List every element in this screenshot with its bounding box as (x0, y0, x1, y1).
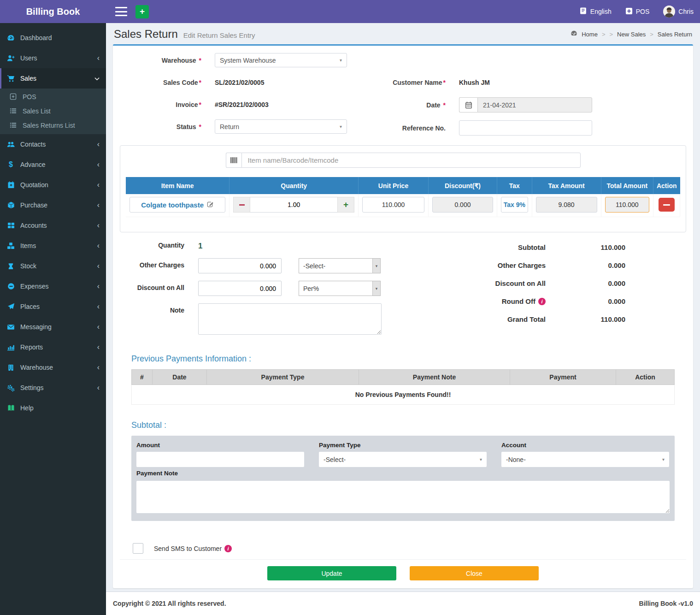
discount-on-all-label: Discount on All (120, 281, 198, 291)
chevron-left-icon: ‹ (97, 323, 100, 331)
info-icon[interactable]: i (538, 298, 546, 305)
sidebar-item-purchase[interactable]: Purchase ‹ (0, 195, 106, 215)
sidebar-item-label: Quotation (20, 181, 97, 189)
paper-plane-icon (7, 303, 15, 311)
language-label: English (590, 8, 612, 15)
sidebar-toggle-icon[interactable] (115, 7, 127, 16)
sales-return-panel: Warehouse * System Warehouse▾ Sales Code… (113, 44, 693, 588)
version-text: Billing Book -v1.0 (639, 600, 693, 607)
building-icon (7, 364, 15, 372)
sidebar-item-dashboard[interactable]: Dashboard (0, 28, 106, 48)
quantity-stepper: + (233, 197, 354, 213)
total-amount-cell: 110.000 (605, 197, 649, 213)
subtotal-label: Subtotal (518, 243, 546, 251)
discount-cell: 0.000 (432, 197, 493, 213)
quantity-increase-button[interactable]: + (337, 197, 354, 213)
calendar-icon[interactable] (459, 97, 477, 112)
sidebar-item-label: POS (23, 93, 36, 101)
dollar-icon: $ (7, 161, 15, 169)
sidebar-item-messaging[interactable]: Messaging ‹ (0, 317, 106, 337)
sidebar-item-users[interactable]: Users ‹ (0, 48, 106, 68)
status-label: Status * (120, 123, 215, 130)
discount-on-all-input[interactable] (198, 281, 282, 296)
breadcrumb-current: Sales Return (658, 31, 692, 38)
calendar-plus-icon (7, 181, 15, 189)
sidebar-item-accounts[interactable]: Accounts ‹ (0, 215, 106, 236)
discount-type-select[interactable]: Per%▾ (299, 281, 381, 296)
amount-input[interactable] (136, 452, 304, 467)
breadcrumb-separator: > (610, 31, 613, 38)
caret-down-icon: ▾ (480, 457, 482, 462)
payment-note-textarea[interactable] (136, 481, 670, 513)
unit-price-input[interactable] (362, 197, 424, 213)
edit-icon[interactable] (207, 201, 214, 209)
note-textarea[interactable] (198, 303, 382, 335)
barcode-icon (226, 153, 241, 168)
sidebar-item-warehouse[interactable]: Warehouse ‹ (0, 357, 106, 378)
chevron-left-icon: ‹ (97, 262, 100, 270)
sidebar-item-sales-list[interactable]: Sales List (0, 104, 106, 118)
user-name: Chris (678, 8, 694, 15)
caret-down-icon: ▾ (372, 259, 380, 273)
customer-name-value: Khush JM (459, 79, 490, 86)
sidebar-item-stock[interactable]: Stock ‹ (0, 256, 106, 276)
reference-no-input[interactable] (459, 120, 592, 136)
sidebar-item-items[interactable]: Items ‹ (0, 236, 106, 256)
language-menu[interactable]: English (579, 7, 612, 16)
sidebar-item-places[interactable]: Places ‹ (0, 296, 106, 317)
bar-chart-icon (7, 343, 15, 351)
gears-icon (7, 384, 15, 392)
sidebar-item-advance[interactable]: $ Advance ‹ (0, 154, 106, 175)
close-button[interactable]: Close (410, 566, 539, 580)
sidebar-item-label: Help (20, 404, 100, 412)
sidebar-item-pos[interactable]: POS (0, 89, 106, 104)
quantity-input[interactable] (250, 197, 337, 213)
sidebar-item-label: Warehouse (20, 364, 97, 371)
remove-item-button[interactable] (659, 198, 675, 212)
shopping-cart-icon (7, 75, 15, 83)
item-name-link[interactable]: Colgate toothpaste (141, 201, 214, 209)
user-menu[interactable]: Chris (663, 6, 694, 18)
update-button[interactable]: Update (267, 566, 396, 580)
quick-add-button[interactable]: + (135, 5, 149, 18)
app-brand[interactable]: Billing Book (0, 0, 106, 23)
topbar-right: English POS Chris (579, 6, 694, 18)
pos-shortcut[interactable]: POS (625, 7, 650, 16)
payment-type-select[interactable]: -Select-▾ (319, 452, 487, 467)
sidebar-item-label: Items (20, 242, 97, 249)
sidebar-item-settings[interactable]: Settings ‹ (0, 378, 106, 398)
date-input[interactable] (477, 97, 592, 112)
other-charges-select[interactable]: -Select-▾ (299, 258, 381, 273)
sidebar-item-expenses[interactable]: Expenses ‹ (0, 276, 106, 296)
note-label: Note (120, 303, 198, 314)
sidebar-item-sales[interactable]: Sales (0, 68, 106, 89)
breadcrumb-new-sales[interactable]: New Sales (617, 31, 646, 38)
warehouse-select[interactable]: System Warehouse▾ (215, 53, 347, 67)
sidebar-item-reports[interactable]: Reports ‹ (0, 337, 106, 357)
other-charges-input[interactable] (198, 258, 282, 273)
breadcrumb: Home > > New Sales > Sales Return (571, 30, 692, 38)
tax-link[interactable]: Tax 9% (504, 201, 525, 208)
send-sms-checkbox[interactable] (133, 543, 143, 554)
sidebar-item-label: Reports (20, 343, 97, 351)
quantity-decrease-button[interactable] (233, 197, 250, 213)
grid-icon (7, 222, 15, 230)
info-icon[interactable]: i (224, 545, 232, 552)
caret-down-icon: ▾ (372, 281, 380, 296)
sidebar-item-label: Sales List (23, 107, 51, 115)
sidebar-item-contacts[interactable]: Contacts ‹ (0, 134, 106, 154)
other-charges-label: Other Charges (120, 258, 198, 269)
sidebar-item-quotation[interactable]: Quotation ‹ (0, 175, 106, 195)
status-select[interactable]: Return▾ (215, 119, 347, 134)
account-select[interactable]: -None-▾ (501, 452, 669, 467)
sidebar-item-sales-returns-list[interactable]: Sales Returns List (0, 118, 106, 132)
breadcrumb-home[interactable]: Home (582, 31, 598, 38)
col-action: Action (653, 177, 680, 194)
page-title: Sales Return (114, 28, 178, 40)
payment-type-label: Payment Type (319, 442, 487, 449)
item-search-input[interactable] (241, 153, 581, 168)
sidebar-item-help[interactable]: Help (0, 398, 106, 418)
grand-total-value: 110.000 (546, 315, 625, 323)
col-tax-amount: Tax Amount (532, 177, 601, 194)
payment-subtotal-title: Subtotal : (131, 420, 675, 430)
